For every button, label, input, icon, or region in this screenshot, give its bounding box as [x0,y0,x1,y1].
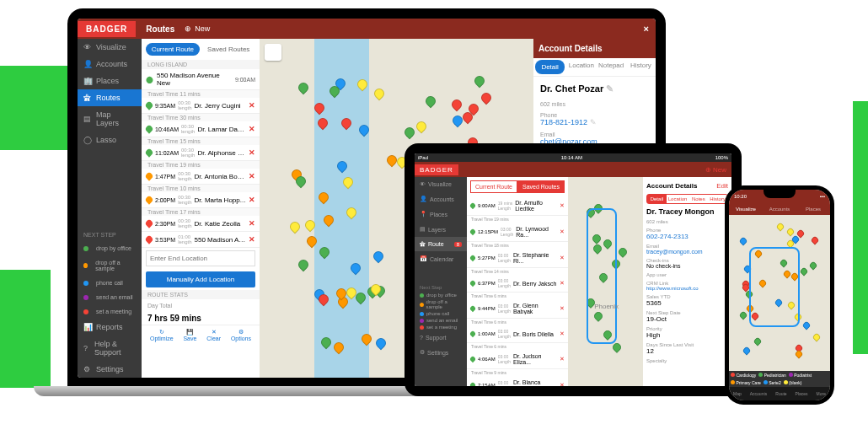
map-pin[interactable] [402,126,416,140]
route-stop[interactable]: 9:35AM00:30lengthDr. Jerry Cugini✕ [142,98,260,114]
end-location-input[interactable] [146,250,255,266]
sidebar-item-help[interactable]: ?Help & Support [78,336,142,361]
next-step-item[interactable]: set a meeting [78,304,142,319]
sidebar-item-support[interactable]: ?Support [415,330,467,345]
map-pin[interactable] [296,257,310,271]
route-start[interactable]: ⬤ 550 Madison Avenue New 9:00AM [142,69,260,90]
route-stop[interactable]: 7:15AM03:00LengthDr. Blanca Salm...✕ [467,376,568,386]
route-stop[interactable]: 2:30PM00:30lengthDr. Katie Zeolla✕ [142,216,260,232]
sidebar-item-reports[interactable]: 📊Reports [78,319,142,336]
close-button[interactable]: × [637,24,656,34]
sidebar-item-routes[interactable]: 🛣Routes [78,89,142,106]
tab-detail[interactable]: Detail [647,195,667,203]
route-stop[interactable]: 1:47PM00:30lengthDr. Antonia Bodie✕ [142,169,260,185]
new-button[interactable]: ⊕New [185,24,210,33]
next-step-item[interactable]: phone call [415,310,467,317]
phone-value[interactable]: 602-274-2313 [646,233,728,240]
sidebar-item-visualize[interactable]: 👁Visualize [78,39,142,56]
map-pin[interactable] [371,249,385,263]
next-step-item[interactable]: set a meeting [415,324,467,330]
remove-stop-button[interactable]: ✕ [560,280,565,287]
sidebar-item-accounts[interactable]: 👤Accounts [78,56,142,72]
clear-button[interactable]: ✕Clear [206,329,221,341]
remove-stop-button[interactable]: ✕ [560,330,565,337]
route-stop[interactable]: 3:53PM01:00length550 Madison Ave...✕ [142,232,260,248]
sidebar-item-places[interactable]: 🏢Places [78,72,142,89]
remove-stop-button[interactable]: ✕ [249,125,255,133]
tab-location[interactable]: Location [566,58,596,76]
map-pin[interactable] [738,310,747,320]
sidebar-item-lasso[interactable]: ◯Lasso [78,132,142,148]
next-step-item[interactable]: phone call [78,276,142,290]
sidebar-item-layers[interactable]: ▤Map Layers [78,106,142,132]
remove-stop-button[interactable]: ✕ [560,382,565,386]
remove-stop-button[interactable]: ✕ [249,101,255,110]
tab-notes[interactable]: Notes [689,195,708,203]
nav-more[interactable]: More [817,391,826,396]
sidebar-item-layers[interactable]: ▤Layers [415,222,467,237]
options-button[interactable]: ⚙Options [231,329,251,341]
remove-stop-button[interactable]: ✕ [249,148,255,157]
map-pin[interactable] [288,219,303,234]
remove-stop-button[interactable]: ✕ [249,172,255,180]
map-pin[interactable] [809,260,818,270]
route-stop[interactable]: 2:00PM00:30lengthDr. Marta Hopp...✕ [142,192,260,208]
map-pin[interactable] [450,98,464,112]
email-value[interactable]: tracey@mongon.com [646,249,728,255]
crm-value[interactable]: http://www.microsoft.co [646,286,728,291]
remove-stop-button[interactable]: ✕ [560,305,565,312]
remove-stop-button[interactable]: ✕ [249,235,255,244]
next-step-item[interactable]: drop off a sample [415,298,467,310]
map-pin[interactable] [480,91,494,105]
route-stop[interactable]: 1:00AM03:00LengthDr. Boris Dilella✕ [467,325,568,343]
remove-stop-button[interactable]: ✕ [560,255,565,261]
tab-history[interactable]: History [626,58,656,76]
map-pin[interactable] [753,337,762,346]
sidebar-item-accounts[interactable]: 👤Accounts [415,191,467,207]
tab-current-route[interactable]: Current Route [146,43,200,56]
route-stop[interactable]: 9:00AM19 minsLengthDr. Arnulfo Liedtke✕ [467,196,568,216]
edit-button[interactable]: Edit [716,182,728,190]
tab-saved-routes[interactable]: Saved Routes [202,43,256,56]
map-pin[interactable] [296,81,310,95]
tab-saved-routes[interactable]: Saved Routes [517,180,565,193]
route-stop[interactable]: 12:15PM03:00LengthDr. Lynwood Ra...✕ [467,223,568,242]
tab-accounts[interactable]: Accounts [763,207,796,212]
sidebar-item-settings[interactable]: ⚙Settings [78,361,142,378]
map-pin[interactable] [424,94,438,108]
edit-icon[interactable]: ✎ [590,118,597,126]
tab-places[interactable]: Places [796,207,830,212]
map-pin[interactable] [811,235,820,244]
optimize-button[interactable]: ↻Optimize [150,329,174,341]
next-step-item[interactable]: send an email [78,290,142,304]
route-stop[interactable]: 11:02AM00:30lengthDr. Alphonse Ha...✕ [142,145,260,161]
map-pin[interactable] [799,266,808,276]
sidebar-item-calendar[interactable]: 📅Calendar [415,251,467,266]
route-stop[interactable]: 6:37PM03:00LengthDr. Berry Jaksch✕ [467,275,568,293]
tab-detail[interactable]: Detail [535,60,565,74]
next-step-item[interactable]: drop by office [78,241,142,255]
tab-visualize[interactable]: Visualize [729,207,763,212]
map-pin[interactable] [473,73,487,88]
remove-stop-button[interactable]: ✕ [249,196,255,204]
map-pin[interactable] [812,333,822,342]
remove-stop-button[interactable]: ✕ [249,219,255,228]
nav-map[interactable]: Map [733,391,742,396]
route-stop[interactable]: 9:44PM03:00LengthDr. Glenn Babyak✕ [467,299,568,319]
remove-stop-button[interactable]: ✕ [560,228,565,235]
tab-notepad[interactable]: Notepad [597,58,626,76]
sidebar-item-visualize[interactable]: 👁Visualize [415,177,467,191]
map-pin[interactable] [414,119,428,133]
nav-places[interactable]: Places [796,391,808,396]
sidebar-item-settings[interactable]: ⚙Settings [415,345,467,360]
map-pin[interactable] [738,236,747,245]
next-step-item[interactable]: send an email [415,317,467,324]
tab-current-route[interactable]: Current Route [470,180,517,193]
new-button[interactable]: ⊕ New [700,166,731,174]
map-pin[interactable] [373,336,388,350]
next-step-item[interactable]: drop off a sample [78,255,142,276]
remove-stop-button[interactable]: ✕ [560,356,565,362]
map-view[interactable]: Phoenix [568,177,643,386]
map-pin[interactable] [801,320,811,330]
map-pin[interactable] [742,346,751,356]
